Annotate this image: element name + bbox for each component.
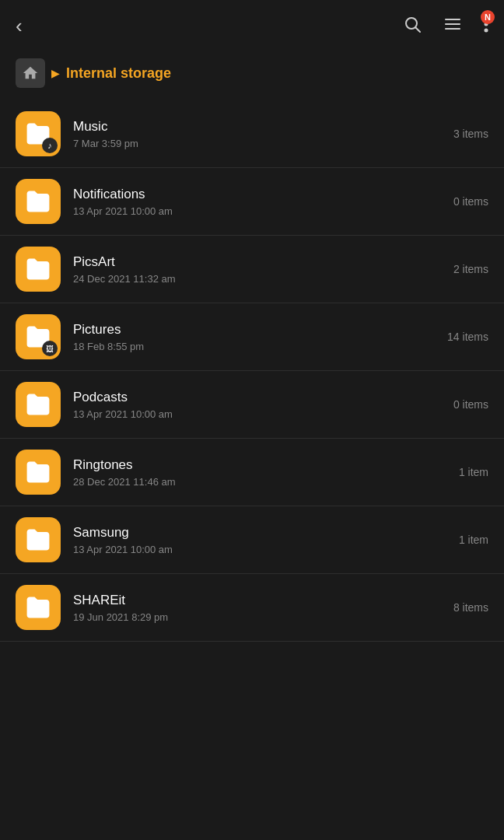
folder-date: 18 Feb 8:55 pm [73,341,447,352]
breadcrumb-arrow: ▶ [51,67,60,79]
folder-icon-wrapper [16,247,61,292]
folder-info: SHAREit19 Jun 2021 8:29 pm [73,593,453,623]
header-left: ‹ [16,14,23,38]
folder-name: Music [73,119,453,135]
folder-date: 19 Jun 2021 8:29 pm [73,611,453,623]
folder-icon-wrapper [16,517,61,562]
folder-name: Pictures [73,322,447,338]
list-view-icon[interactable] [443,15,462,38]
folder-date: 28 Dec 2021 11:46 am [73,476,459,488]
folder-date: 7 Mar 3:59 pm [73,138,453,149]
folder-type-badge: ♪ [42,138,58,153]
folder-name: Podcasts [73,390,453,405]
notification-badge: N [481,10,495,24]
home-button[interactable] [16,58,45,88]
breadcrumb: ▶ Internal storage [0,49,504,100]
folder-item-count: 3 items [453,128,488,140]
folder-info: Podcasts13 Apr 2021 10:00 am [73,390,453,420]
folder-date: 24 Dec 2021 11:32 am [73,273,453,285]
folder-info: Samsung13 Apr 2021 10:00 am [73,525,459,555]
folder-item-count: 0 items [453,195,488,208]
notification-wrapper: N [484,15,488,38]
folder-icon-wrapper [16,179,61,224]
folder-icon-wrapper [16,450,61,495]
folder-info: Pictures18 Feb 8:55 pm [73,322,447,352]
folder-item[interactable]: 🖼Pictures18 Feb 8:55 pm14 items [0,303,504,371]
folder-icon-wrapper [16,585,61,630]
folder-name: Samsung [73,525,459,541]
folder-info: PicsArt24 Dec 2021 11:32 am [73,254,453,285]
folder-item-count: 1 item [459,534,488,546]
folder-item[interactable]: Samsung13 Apr 2021 10:00 am1 item [0,506,504,574]
folder-name: PicsArt [73,254,453,270]
folder-item[interactable]: ♪Music7 Mar 3:59 pm3 items [0,100,504,168]
folder-type-badge: 🖼 [42,341,58,356]
folder-icon-wrapper: ♪ [16,111,61,156]
folder-icon-wrapper: 🖼 [16,314,61,359]
folder-item[interactable]: SHAREit19 Jun 2021 8:29 pm8 items [0,574,504,642]
folder-date: 13 Apr 2021 10:00 am [73,544,459,555]
folder-info: Music7 Mar 3:59 pm [73,119,453,149]
folder-info: Notifications13 Apr 2021 10:00 am [73,187,453,217]
breadcrumb-path: Internal storage [66,65,171,82]
folder-item-count: 14 items [447,331,488,343]
header-right: N [403,15,488,38]
folder-item[interactable]: Notifications13 Apr 2021 10:00 am0 items [0,168,504,236]
folder-name: Notifications [73,187,453,202]
svg-point-8 [485,28,488,32]
folder-item-count: 0 items [453,398,488,411]
folder-info: Ringtones28 Dec 2021 11:46 am [73,457,459,488]
folder-item-count: 1 item [459,466,488,478]
file-list: ♪Music7 Mar 3:59 pm3 itemsNotifications1… [0,100,504,642]
folder-name: SHAREit [73,593,453,608]
search-icon[interactable] [403,15,422,38]
folder-name: Ringtones [73,457,459,473]
folder-item-count: 2 items [453,263,488,275]
folder-item-count: 8 items [453,601,488,614]
folder-date: 13 Apr 2021 10:00 am [73,408,453,420]
back-button[interactable]: ‹ [16,14,23,38]
header: ‹ N [0,0,504,49]
folder-date: 13 Apr 2021 10:00 am [73,205,453,217]
folder-icon-wrapper [16,382,61,427]
folder-item[interactable]: PicsArt24 Dec 2021 11:32 am2 items [0,236,504,303]
folder-item[interactable]: Ringtones28 Dec 2021 11:46 am1 item [0,439,504,506]
svg-line-1 [416,27,421,32]
folder-item[interactable]: Podcasts13 Apr 2021 10:00 am0 items [0,371,504,439]
